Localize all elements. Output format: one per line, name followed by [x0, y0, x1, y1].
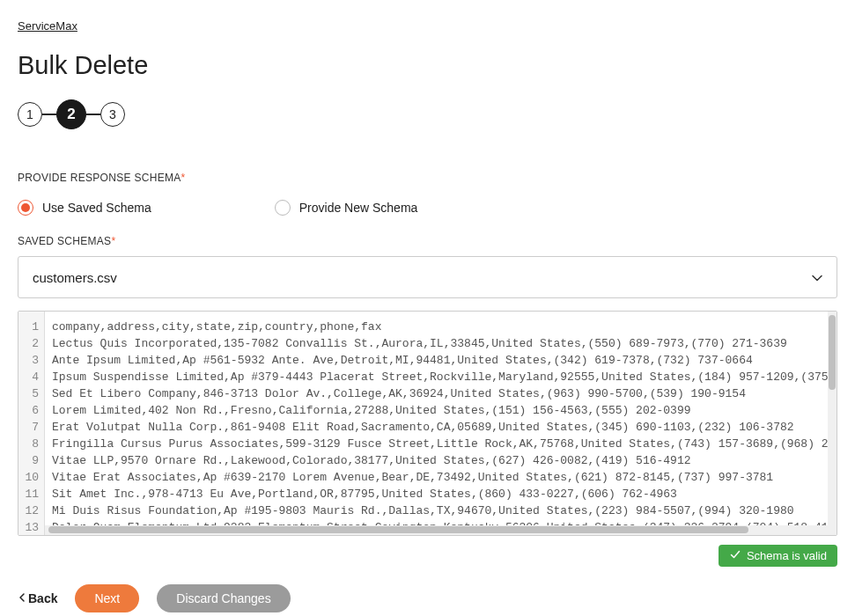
- radio-use-saved-schema[interactable]: Use Saved Schema: [18, 200, 151, 216]
- code-line: Sit Amet Inc.,978-4713 Eu Ave,Portland,O…: [52, 486, 821, 502]
- code-line: Lectus Quis Incorporated,135-7082 Conval…: [52, 335, 821, 352]
- radio-provide-new-schema[interactable]: Provide New Schema: [275, 200, 418, 216]
- scrollbar-thumb[interactable]: [48, 526, 748, 533]
- line-gutter: 12345678910111213: [18, 312, 45, 535]
- chevron-down-icon: [812, 269, 822, 285]
- code-content[interactable]: company,address,city,state,zip,country,p…: [45, 312, 828, 535]
- back-label: Back: [28, 591, 57, 605]
- discard-changes-button[interactable]: Discard Changes: [157, 584, 290, 612]
- status-text: Schema is valid: [747, 549, 827, 562]
- schema-radio-group: Use Saved Schema Provide New Schema: [18, 200, 837, 216]
- radio-icon: [18, 200, 33, 216]
- saved-schemas-dropdown[interactable]: customers.csv: [18, 256, 837, 298]
- dropdown-value: customers.csv: [33, 270, 117, 285]
- footer: Back Next Discard Changes: [18, 584, 837, 612]
- stepper: 1 2 3: [18, 99, 837, 129]
- next-button[interactable]: Next: [75, 584, 139, 612]
- code-line: company,address,city,state,zip,country,p…: [52, 319, 821, 335]
- check-icon: [729, 548, 741, 563]
- step-1[interactable]: 1: [18, 102, 42, 127]
- radio-label: Use Saved Schema: [42, 201, 151, 215]
- step-line: [42, 114, 56, 115]
- status-badge: Schema is valid: [719, 545, 837, 567]
- saved-schemas-label: SAVED SCHEMAS*: [18, 235, 837, 247]
- code-line: Vitae LLP,9570 Ornare Rd.,Lakewood,Color…: [52, 452, 821, 469]
- required-marker: *: [111, 235, 115, 247]
- code-line: Vitae Erat Associates,Ap #639-2170 Lorem…: [52, 469, 821, 486]
- breadcrumb-link[interactable]: ServiceMax: [18, 19, 77, 33]
- back-button[interactable]: Back: [18, 591, 57, 605]
- schema-section-label: PROVIDE RESPONSE SCHEMA*: [18, 172, 837, 184]
- scrollbar-thumb[interactable]: [829, 315, 836, 390]
- step-line: [86, 114, 100, 115]
- code-line: Ipsum Suspendisse Limited,Ap #379-4443 P…: [52, 369, 821, 385]
- code-line: Lorem Limited,402 Non Rd.,Fresno,Califor…: [52, 402, 821, 419]
- horizontal-scrollbar[interactable]: [45, 525, 828, 535]
- page-title: Bulk Delete: [18, 51, 837, 80]
- code-line: Erat Volutpat Nulla Corp.,861-9408 Elit …: [52, 419, 821, 436]
- vertical-scrollbar[interactable]: [828, 312, 837, 535]
- required-marker: *: [181, 172, 186, 184]
- radio-icon: [275, 200, 291, 216]
- code-line: Ante Ipsum Limited,Ap #561-5932 Ante. Av…: [52, 352, 821, 369]
- code-line: Mi Duis Risus Foundation,Ap #195-9803 Ma…: [52, 502, 821, 519]
- code-editor[interactable]: 12345678910111213 company,address,city,s…: [18, 311, 837, 536]
- step-3[interactable]: 3: [100, 102, 125, 127]
- code-line: Fringilla Cursus Purus Associates,599-31…: [52, 436, 821, 452]
- chevron-left-icon: [18, 591, 26, 605]
- step-2[interactable]: 2: [56, 99, 86, 129]
- code-line: Sed Et Libero Company,846-3713 Dolor Av.…: [52, 385, 821, 402]
- radio-label: Provide New Schema: [299, 201, 418, 215]
